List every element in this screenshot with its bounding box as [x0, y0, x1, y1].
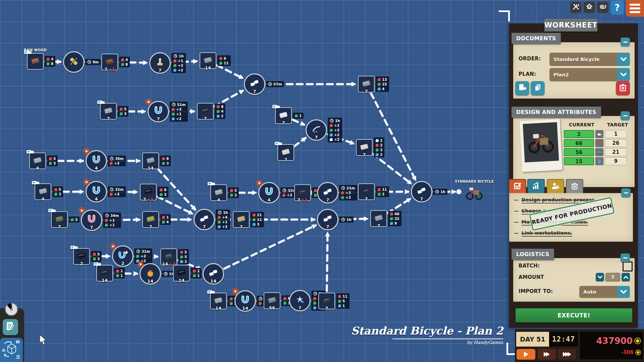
duration-label: 21m — [346, 186, 355, 190]
duration-label: 1h — [346, 218, 352, 222]
duration-label: 1h — [223, 210, 228, 215]
import-truck-icon — [97, 100, 105, 107]
attr-g-icon — [93, 257, 96, 260]
node-quantity: 7 — [286, 305, 313, 310]
tab-workers[interactable] — [547, 179, 564, 194]
tab-discard[interactable] — [566, 179, 583, 194]
node-quantity: 7 — [365, 223, 392, 228]
attr-r-icon — [110, 162, 113, 165]
import-truck-icon — [274, 141, 282, 148]
node-stats-chip: 11 — [191, 268, 202, 279]
game-clock: 12:47 — [549, 332, 578, 347]
node-label: STANDARD BICYCLE — [451, 180, 498, 183]
attr-g-icon — [376, 148, 379, 152]
machine-gear-icon — [109, 243, 117, 251]
node-quantity: 7 — [46, 224, 73, 229]
chevron-down-icon — [617, 53, 630, 66]
play-speed-button[interactable] — [517, 349, 535, 360]
node-stats-chip: 36m+3 — [108, 156, 126, 166]
attr-r-icon — [172, 108, 175, 111]
attr-r-icon — [173, 59, 176, 62]
help-button[interactable]: ? — [610, 1, 624, 15]
node-quantity: 7+1 — [135, 197, 162, 202]
minimize-checklist-button[interactable] — [621, 188, 631, 197]
fast-speed-button[interactable] — [538, 349, 556, 360]
duration-label: 1h — [335, 119, 340, 123]
minimize-design-button[interactable] — [621, 111, 630, 120]
saddle-attr-icon — [595, 130, 603, 138]
current-column-label: CURRENT — [569, 122, 594, 127]
add-document-icon — [518, 83, 526, 93]
attr-r-icon — [341, 191, 344, 194]
worksheet-panel: WORKSHEET DOCUMENTS ORDER: Standard Bicy… — [509, 23, 638, 328]
trash-icon — [619, 83, 627, 93]
menu-button[interactable] — [626, 0, 644, 17]
home-button[interactable] — [584, 2, 595, 13]
tab-statistics[interactable] — [527, 179, 545, 194]
attr-g-icon — [105, 224, 108, 227]
node-stats-chip: 48 — [119, 57, 130, 67]
import-to-dropdown[interactable]: Auto — [579, 286, 630, 298]
attr-r-icon — [54, 188, 57, 191]
node-stats-chip: 611 — [217, 55, 231, 66]
settings-tools-button[interactable] — [570, 2, 582, 13]
car-attr-icon — [595, 148, 603, 156]
duration-label: 34m — [110, 214, 119, 218]
import-truck-icon — [207, 290, 215, 296]
delete-plan-button[interactable] — [616, 81, 630, 95]
attr-g-icon — [313, 302, 316, 305]
attr-c-icon — [376, 139, 379, 142]
amount-decrease-button[interactable] — [596, 273, 604, 282]
attr-c-icon — [330, 138, 333, 141]
batch-checkbox[interactable] — [623, 261, 633, 272]
node-quantity: 7 — [270, 120, 297, 125]
attr-r-icon — [378, 78, 381, 81]
puzzle-icon — [417, 186, 427, 197]
node-quantity: 4 — [83, 166, 110, 171]
attr-r-icon — [219, 57, 222, 60]
attr-g-icon — [253, 218, 256, 221]
attr-r-icon — [230, 297, 233, 300]
plan-dropdown[interactable]: Plan2 — [549, 68, 630, 81]
attr-r-icon — [105, 219, 108, 222]
attr-b-icon — [172, 117, 175, 120]
u-icon — [91, 155, 101, 167]
attr-b-icon — [173, 69, 176, 72]
node-stats-chip: 51m+3+1+2 — [170, 102, 188, 122]
blueprint-byline: by HandyGames — [351, 340, 503, 345]
production-view-button[interactable] — [0, 338, 23, 362]
node-quantity: 7 — [95, 116, 122, 121]
attr-g-icon — [314, 194, 317, 197]
node-quantity: 7 — [353, 196, 380, 201]
new-plan-button[interactable] — [515, 81, 529, 95]
fastest-speed-button[interactable] — [558, 349, 576, 360]
order-dropdown[interactable]: Standard Bicycle — [549, 53, 630, 66]
money-balance: 437900 — [596, 336, 633, 346]
document-pencil-icon — [5, 321, 15, 333]
node-quantity: 2 — [109, 261, 136, 266]
machine-gear-icon — [145, 98, 152, 107]
node-label: RAW WOOD — [12, 48, 59, 52]
attr-g-icon — [378, 83, 381, 86]
standard-bicycle-icon — [465, 185, 484, 202]
attr-r-icon — [116, 269, 119, 273]
tab-checklist[interactable] — [509, 179, 526, 194]
copy-plan-button[interactable] — [531, 81, 545, 95]
minimize-logistics-button[interactable] — [621, 253, 630, 262]
attr-r-icon — [230, 189, 233, 192]
execute-button[interactable]: EXECUTE! — [516, 308, 632, 322]
attr-b-icon — [218, 225, 221, 228]
amount-increase-button[interactable] — [622, 273, 630, 282]
node-quantity: 56 — [259, 305, 285, 310]
worksheet-toggle-button[interactable] — [3, 319, 18, 335]
checklist-icon — [514, 182, 522, 191]
attr-r-icon — [121, 58, 124, 61]
node-stats-chip: 3 — [69, 217, 79, 223]
amount-value[interactable]: 7 — [605, 273, 620, 282]
minimize-documents-button[interactable] — [621, 38, 630, 46]
time-widget[interactable] — [4, 303, 19, 317]
slow-mode-button[interactable] — [597, 2, 608, 13]
node-quantity: 4 — [205, 197, 232, 202]
puzzle-icon — [323, 214, 333, 225]
import-truck-icon — [26, 149, 34, 156]
